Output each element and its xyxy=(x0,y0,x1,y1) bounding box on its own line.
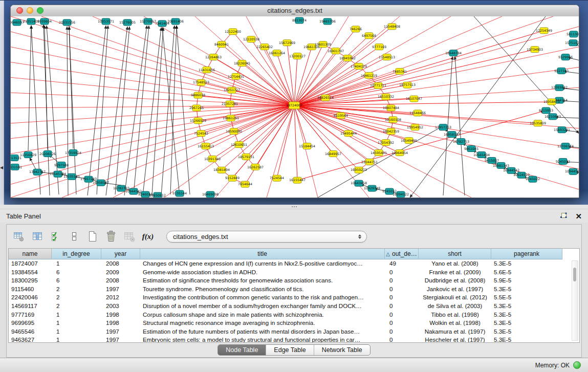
network-node[interactable]: 20691406 xyxy=(167,18,184,25)
table-cell[interactable]: 0 xyxy=(385,327,419,336)
network-node[interactable]: 11548513 xyxy=(379,54,395,60)
table-cell[interactable]: Embryonic stem cells: a model to study s… xyxy=(140,336,385,342)
scrollbar-thumb[interactable] xyxy=(573,268,577,281)
network-node[interactable]: 16107047 xyxy=(406,96,422,102)
column-header-year[interactable]: year xyxy=(101,249,140,259)
network-edge[interactable] xyxy=(239,105,294,145)
table-cell[interactable]: 9463627 xyxy=(9,336,52,342)
network-edge[interactable] xyxy=(294,27,579,105)
table-cell[interactable]: 5.3E-5 xyxy=(491,319,562,327)
network-node[interactable]: 9415007 xyxy=(485,157,499,163)
network-canvas[interactable]: 9046097213514058939604200315561005357115… xyxy=(11,16,579,198)
float-window-icon[interactable] xyxy=(560,212,567,220)
table-cell[interactable]: Estimation of the future numbers of pati… xyxy=(140,327,385,336)
network-node[interactable]: 10590090 xyxy=(226,128,242,135)
table-cell[interactable]: 5.3E-5 xyxy=(491,327,562,336)
network-edge[interactable] xyxy=(294,16,349,105)
network-edge[interactable] xyxy=(45,26,48,150)
network-node[interactable]: 10807484 xyxy=(383,105,399,111)
network-node[interactable]: 9886038 xyxy=(191,92,205,98)
network-edge[interactable] xyxy=(294,16,553,105)
network-node[interactable]: 10981343 xyxy=(493,162,509,168)
network-node[interactable]: 17957253 xyxy=(435,124,451,130)
table-cell[interactable]: Corpus callosum shape and size in male p… xyxy=(140,311,385,319)
network-node[interactable]: 9329966 xyxy=(558,54,573,60)
table-cell[interactable]: 22420046 xyxy=(9,293,52,302)
table-row[interactable]: 946362711997Embryonic stem cells: a mode… xyxy=(9,336,579,342)
network-node[interactable]: 18226045 xyxy=(234,60,250,67)
table-row[interactable]: 977716911998Corpus callosum shape and si… xyxy=(9,311,579,319)
split-divider[interactable] xyxy=(0,205,588,209)
table-cell[interactable]: 2009 xyxy=(101,268,140,277)
table-cell[interactable]: Hescheler et al. (1997) xyxy=(419,336,491,342)
table-cell[interactable]: Wolkin et al. (1998) xyxy=(419,319,491,327)
collapse-arrow-icon[interactable]: ◀ xyxy=(0,166,3,170)
network-node[interactable]: 16210643 xyxy=(545,114,561,120)
network-edge[interactable] xyxy=(11,105,294,139)
network-node[interactable]: 12706574 xyxy=(557,143,574,149)
network-node[interactable]: 12093832 xyxy=(551,84,568,91)
close-panel-icon[interactable]: ✕ xyxy=(575,212,582,220)
table-cell[interactable]: Jankovic et al. (1997) xyxy=(419,285,491,294)
table-cell[interactable]: Investigating the contribution of common… xyxy=(140,293,385,302)
network-node[interactable]: 9245012 xyxy=(556,158,570,164)
table-cell[interactable]: Structural magnetic resonance image aver… xyxy=(140,319,385,327)
network-node[interactable]: 10929348 xyxy=(364,185,380,191)
table-cell[interactable]: 1997 xyxy=(101,327,140,336)
tab-network-table[interactable]: Network Table xyxy=(314,345,370,355)
network-edge[interactable] xyxy=(294,67,579,105)
network-node[interactable]: 3931591 xyxy=(11,164,22,170)
table-cell[interactable]: 49 xyxy=(385,259,419,268)
network-node[interactable]: 14595441 xyxy=(371,150,387,156)
network-node[interactable]: 16958137 xyxy=(93,180,109,186)
table-cell[interactable]: Genome-wide association studies in ADHD. xyxy=(140,268,385,277)
network-node[interactable]: 9227343 xyxy=(554,68,569,74)
network-node[interactable]: 18579131 xyxy=(238,154,254,160)
table-cell[interactable]: Franke et al. (2009) xyxy=(419,268,491,277)
network-edge[interactable] xyxy=(67,27,68,195)
table-cell[interactable]: 5.3E-5 xyxy=(491,302,562,311)
delete-column-icon[interactable] xyxy=(104,229,118,244)
table-cell[interactable]: 2 xyxy=(52,285,101,294)
table-cell[interactable]: 2008 xyxy=(101,276,140,285)
network-edge[interactable] xyxy=(69,27,73,149)
table-row[interactable]: 969969511998Structural magnetic resonanc… xyxy=(9,319,579,327)
network-node[interactable]: 15672969 xyxy=(279,40,295,46)
network-node[interactable]: 8813074 xyxy=(292,17,307,24)
table-cell[interactable]: 5.3E-5 xyxy=(491,336,562,342)
network-node[interactable]: 17359924 xyxy=(65,150,81,156)
table-cell[interactable]: 5.9E-5 xyxy=(491,276,562,285)
network-node[interactable]: 16155447 xyxy=(289,177,306,183)
network-svg[interactable]: 9046097213514058939604200315561005357115… xyxy=(11,16,579,198)
network-edge[interactable] xyxy=(206,105,294,146)
table-cell[interactable]: 9115460 xyxy=(9,285,52,294)
network-edge[interactable] xyxy=(246,16,294,105)
network-node[interactable]: 12610651 xyxy=(231,142,247,148)
table-cell[interactable]: Dudbridge et al. (2008) xyxy=(419,276,491,285)
table-cell[interactable]: Yano et al. (2008) xyxy=(419,259,491,268)
network-node[interactable]: 10944562 xyxy=(565,168,579,174)
network-edge[interactable] xyxy=(161,26,175,195)
network-node[interactable]: 10964954 xyxy=(391,150,408,156)
function-builder-icon[interactable]: f(x) xyxy=(141,229,155,244)
column-header-pagerank[interactable]: pagerank xyxy=(491,249,562,259)
network-edge[interactable] xyxy=(47,26,59,194)
table-cell[interactable]: Changes of HCN gene expression and I(f) … xyxy=(140,259,385,268)
network-node[interactable]: 8215953 xyxy=(539,107,553,114)
network-edge[interactable] xyxy=(28,26,31,151)
network-node[interactable]: 17404129 xyxy=(351,63,367,69)
network-edge[interactable] xyxy=(294,16,451,105)
network-node[interactable]: 9135144 xyxy=(172,190,187,196)
table-cell[interactable]: 0 xyxy=(385,293,419,302)
network-node[interactable]: 11356829 xyxy=(20,152,36,158)
network-edge[interactable] xyxy=(267,105,294,198)
network-edge[interactable] xyxy=(11,77,294,105)
network-window[interactable]: citations_edges.txt 90460972135140589396… xyxy=(10,5,579,198)
network-node[interactable]: 18381894 xyxy=(213,167,230,173)
network-node[interactable]: 5811305 xyxy=(567,31,579,37)
table-scrollbar[interactable] xyxy=(572,260,578,341)
network-node[interactable]: 15693231 xyxy=(554,127,570,133)
network-node[interactable]: 12160108 xyxy=(385,117,401,123)
network-node[interactable]: 22265402 xyxy=(256,44,273,50)
network-window-titlebar[interactable]: citations_edges.txt xyxy=(11,5,579,17)
